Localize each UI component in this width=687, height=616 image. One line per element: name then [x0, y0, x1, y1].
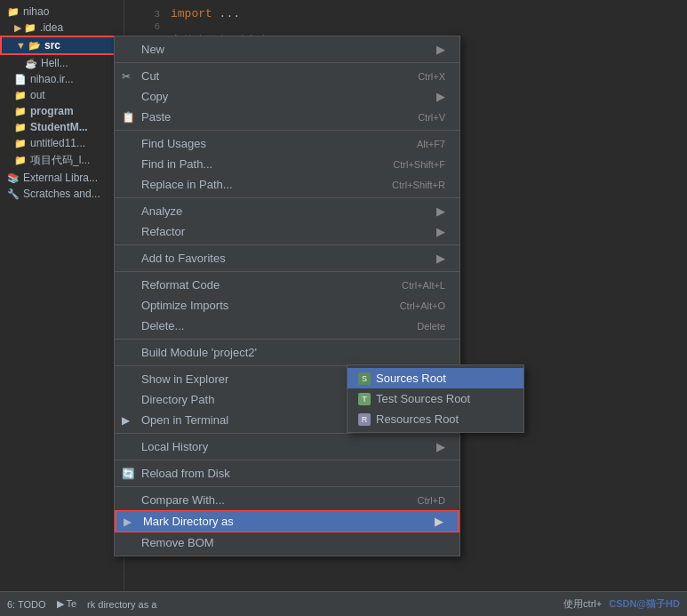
- sources-root-icon: S: [358, 372, 371, 385]
- context-menu: New ▶ ✂ Cut Ctrl+X Copy ▶ 📋 Paste Ctrl+V…: [114, 36, 460, 556]
- project-sidebar: 📁 nihao ▶ 📁 .idea ▼ 📂 src ☕ Hell... 📄 ni…: [0, 0, 124, 616]
- menu-item-find-usages[interactable]: Find Usages Alt+F7: [115, 133, 459, 154]
- folder-icon: ▶ 📁: [14, 22, 36, 34]
- paste-icon: 📋: [122, 111, 135, 124]
- menu-item-build-module[interactable]: Build Module 'project2': [115, 342, 459, 363]
- status-terminal[interactable]: ▶ Te: [57, 598, 76, 610]
- code-line: 6: [139, 21, 673, 32]
- menu-item-find-in-path[interactable]: Find in Path... Ctrl+Shift+F: [115, 154, 459, 174]
- status-todo[interactable]: 6: TODO: [7, 599, 46, 610]
- menu-item-replace-in-path[interactable]: Replace in Path... Ctrl+Shift+R: [115, 174, 459, 195]
- folder-icon: 📁: [7, 6, 20, 18]
- mark-directory-submenu: S Sources Root T Test Sources Root R Res…: [347, 364, 524, 433]
- code-line: 3 import ...: [139, 7, 673, 20]
- folder-icon: 📁: [14, 106, 27, 117]
- menu-separator: [115, 271, 459, 272]
- menu-separator: [115, 433, 459, 434]
- menu-item-copy[interactable]: Copy ▶: [115, 86, 459, 107]
- folder-icon: 📁: [14, 155, 27, 166]
- submenu-item-test-sources-root[interactable]: T Test Sources Root: [347, 388, 523, 409]
- sidebar-item-idea[interactable]: ▶ 📁 .idea: [0, 20, 124, 36]
- menu-item-reload-from-disk[interactable]: 🔄 Reload from Disk: [115, 463, 459, 484]
- menu-separator: [115, 460, 459, 460]
- folder-icon: 📁: [14, 90, 27, 101]
- menu-item-remove-bom[interactable]: Remove BOM: [115, 532, 459, 553]
- scratches-icon: 🔧: [7, 188, 20, 200]
- java-file-icon: ☕: [25, 58, 37, 69]
- menu-separator: [115, 130, 459, 131]
- folder-open-icon: ▼ 📂: [16, 40, 41, 52]
- menu-item-mark-directory-as[interactable]: ▶ Mark Directory as ▶: [115, 510, 459, 532]
- status-bar: 6: TODO ▶ Te rk directory as a 使用ctrl+ C…: [0, 591, 687, 616]
- folder-icon: 📁: [14, 138, 27, 149]
- terminal-arrow-icon: ▶: [122, 414, 130, 427]
- menu-separator: [115, 244, 459, 245]
- menu-item-paste[interactable]: 📋 Paste Ctrl+V: [115, 107, 459, 127]
- sidebar-item-student[interactable]: 📁 StudentM...: [0, 119, 124, 135]
- sidebar-item-out[interactable]: 📁 out: [0, 87, 124, 103]
- mark-dir-icon: ▶: [124, 516, 132, 528]
- test-sources-icon: T: [358, 393, 371, 405]
- menu-separator: [115, 339, 459, 340]
- menu-item-add-to-favorites[interactable]: Add to Favorites ▶: [115, 248, 459, 268]
- menu-item-delete[interactable]: Delete... Delete: [115, 316, 459, 336]
- menu-separator: [115, 62, 459, 63]
- sidebar-item-nihao-ir[interactable]: 📄 nihao.ir...: [0, 71, 124, 87]
- reload-icon: 🔄: [122, 468, 135, 480]
- menu-item-analyze[interactable]: Analyze ▶: [115, 201, 459, 221]
- cut-icon: ✂: [122, 70, 131, 83]
- menu-item-compare-with[interactable]: Compare With... Ctrl+D: [115, 490, 459, 510]
- submenu-item-resources-root[interactable]: R Resources Root: [347, 409, 523, 429]
- status-hint: rk directory as a: [87, 599, 156, 610]
- menu-item-new[interactable]: New ▶: [115, 39, 459, 60]
- menu-item-reformat-code[interactable]: Reformat Code Ctrl+Alt+L: [115, 275, 459, 295]
- sidebar-item-src[interactable]: ▼ 📂 src: [0, 36, 124, 55]
- sidebar-item-project[interactable]: 📁 项目代码_l...: [0, 151, 124, 170]
- folder-icon: 📁: [14, 122, 27, 133]
- sidebar-item-program[interactable]: 📁 program: [0, 103, 124, 119]
- status-right: 使用ctrl+ CSDN@猫子HD: [563, 597, 680, 611]
- menu-item-optimize-imports[interactable]: Optimize Imports Ctrl+Alt+O: [115, 295, 459, 316]
- library-icon: 📚: [7, 172, 20, 184]
- sidebar-item-scratches[interactable]: 🔧 Scratches and...: [0, 186, 124, 202]
- sidebar-item-hello[interactable]: ☕ Hell...: [0, 55, 124, 71]
- menu-item-cut[interactable]: ✂ Cut Ctrl+X: [115, 66, 459, 86]
- menu-item-refactor[interactable]: Refactor ▶: [115, 221, 459, 242]
- sidebar-item-external-libs[interactable]: 📚 External Libra...: [0, 170, 124, 186]
- menu-separator: [115, 197, 459, 198]
- menu-item-local-history[interactable]: Local History ▶: [115, 436, 459, 457]
- sidebar-item-nihao[interactable]: 📁 nihao: [0, 4, 124, 20]
- sidebar-item-untitled[interactable]: 📁 untitled11...: [0, 135, 124, 151]
- file-icon: 📄: [14, 74, 27, 85]
- resources-icon: R: [358, 413, 371, 426]
- menu-separator: [115, 486, 459, 487]
- submenu-item-sources-root[interactable]: S Sources Root: [347, 368, 523, 388]
